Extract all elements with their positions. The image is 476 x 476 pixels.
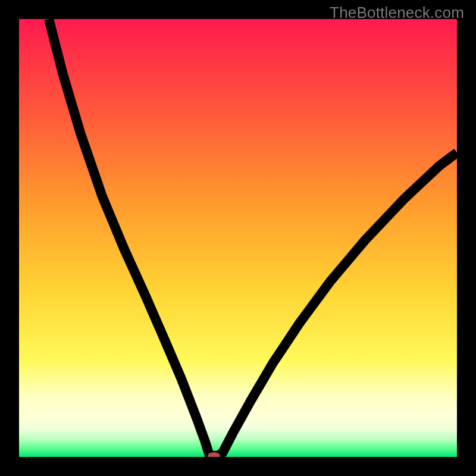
chart-svg [19,19,457,457]
gradient-background [19,19,457,457]
chart-frame: TheBottleneck.com [0,0,476,476]
watermark-text: TheBottleneck.com [330,4,464,22]
plot-area [19,19,457,457]
